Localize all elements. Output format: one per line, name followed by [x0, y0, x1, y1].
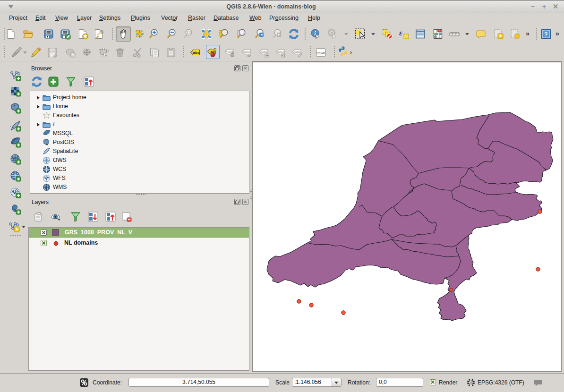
svg-text:abc: abc [278, 50, 284, 54]
svg-text:abc: abc [244, 50, 250, 54]
svg-text:1:1: 1:1 [187, 31, 191, 34]
svg-text:abc: abc [295, 50, 301, 54]
svg-text:CSW: CSW [316, 51, 325, 55]
svg-text:ε: ε [399, 28, 402, 37]
svg-text:abc: abc [193, 51, 200, 55]
svg-text:abc: abc [262, 50, 268, 54]
svg-text:?: ? [544, 31, 547, 38]
